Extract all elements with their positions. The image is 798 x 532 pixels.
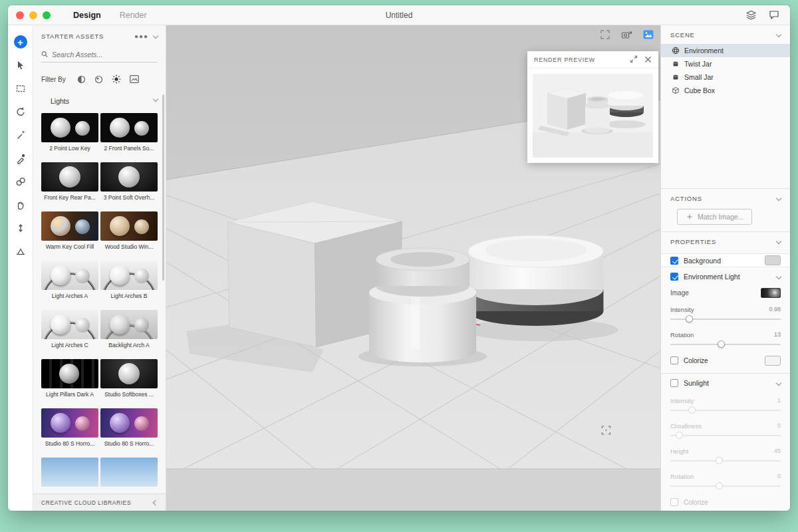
sunlight-checkbox[interactable] — [670, 379, 678, 387]
environment-light-row[interactable]: Environment Light — [661, 267, 790, 286]
plus-icon: + — [14, 35, 27, 49]
dolly-tool[interactable] — [13, 221, 28, 235]
slider-knob[interactable] — [716, 482, 723, 489]
scene-header[interactable]: SCENE — [661, 25, 790, 44]
minimize-window-button[interactable] — [29, 11, 37, 19]
lights-filter-icon[interactable] — [112, 74, 121, 84]
asset-card[interactable]: Front Key Rear Pa... — [41, 162, 98, 201]
marquee-select-tool[interactable] — [13, 81, 28, 96]
asset-card[interactable]: Studio 80 S Horro... — [100, 408, 158, 447]
ellipsis-menu-icon[interactable]: ●●● — [134, 33, 148, 40]
asset-label: Studio 80 S Horro... — [41, 440, 98, 447]
asset-card[interactable]: Warm Key Cool Fill — [41, 211, 98, 250]
render-preview-panel[interactable]: RENDER PREVIEW — [527, 51, 658, 163]
asset-card[interactable]: Light Arches C — [41, 310, 98, 348]
sun-rotation-slider[interactable] — [670, 482, 781, 491]
cloudiness-slider[interactable] — [670, 432, 781, 440]
fullscreen-icon[interactable] — [600, 29, 610, 43]
images-filter-icon[interactable] — [130, 75, 139, 83]
select-move-tool[interactable] — [13, 58, 28, 72]
chevron-down-icon — [776, 32, 781, 37]
slider-knob[interactable] — [716, 457, 723, 464]
cc-libraries-bar[interactable]: CREATIVE CLOUD LIBRARIES — [33, 493, 166, 511]
environment-light-checkbox[interactable] — [670, 273, 678, 281]
twist-jar-object — [467, 235, 603, 326]
asset-card[interactable]: Studio Softboxes ... — [100, 359, 158, 398]
asset-card[interactable]: Light Arches A — [41, 261, 98, 299]
pan-tool[interactable] — [13, 198, 28, 212]
orbit-camera-tool[interactable] — [13, 104, 28, 119]
assets-scrollbar[interactable] — [162, 94, 164, 281]
asset-thumbnail — [100, 310, 158, 339]
chevron-down-icon[interactable] — [153, 33, 158, 39]
slider-knob[interactable] — [686, 315, 693, 323]
titlebar: Design Render Untitled — [8, 5, 790, 25]
close-window-button[interactable] — [16, 11, 24, 19]
slider-knob[interactable] — [688, 406, 696, 414]
tab-design[interactable]: Design — [73, 11, 101, 20]
asset-card[interactable]: Backlight Arch A — [100, 310, 158, 348]
search-input[interactable] — [52, 51, 158, 59]
asset-card[interactable]: Wood Studio Win... — [100, 211, 158, 250]
dashed-rect-icon — [15, 82, 27, 94]
slider-knob[interactable] — [676, 432, 683, 439]
materials-tool[interactable] — [13, 174, 28, 189]
colorize-checkbox[interactable] — [670, 356, 678, 364]
asset-card[interactable] — [41, 458, 98, 489]
expand-icon[interactable] — [630, 54, 638, 66]
scene-item-cube-box[interactable]: Cube Box — [661, 84, 790, 97]
asset-search[interactable] — [41, 47, 158, 63]
tab-render[interactable]: Render — [120, 11, 147, 20]
spheres-icon — [15, 176, 27, 188]
slider-knob[interactable] — [718, 340, 725, 348]
asset-card[interactable]: Studio 80 S Horro... — [41, 408, 98, 447]
small-jar-object — [369, 248, 476, 362]
lights-section-header[interactable]: Lights — [33, 89, 166, 109]
magic-wand-tool[interactable] — [13, 128, 28, 142]
scene-item-environment[interactable]: Environment — [661, 44, 790, 57]
properties-header[interactable]: PROPERTIES — [661, 232, 790, 251]
materials-filter-icon[interactable] — [94, 75, 103, 84]
background-checkbox[interactable] — [670, 257, 678, 265]
horizon-tool[interactable] — [13, 244, 28, 259]
sun-colorize-checkbox[interactable] — [670, 498, 678, 506]
eyedropper-tool[interactable] — [13, 151, 28, 166]
scene-item-small-jar[interactable]: Small Jar — [661, 70, 790, 84]
comment-icon[interactable] — [769, 10, 779, 20]
image-icon[interactable] — [643, 30, 654, 42]
asset-label: Light Arches C — [41, 342, 98, 348]
actions-section: ACTIONS Match Image... — [661, 189, 790, 232]
scene-item-twist-jar[interactable]: Twist Jar — [661, 57, 790, 70]
layers-icon[interactable] — [745, 10, 757, 20]
vertical-arrows-icon — [15, 222, 27, 234]
asset-thumbnail — [41, 211, 98, 241]
asset-card[interactable] — [100, 458, 158, 489]
match-image-button[interactable]: Match Image... — [677, 209, 752, 225]
intensity-slider[interactable] — [670, 315, 781, 324]
asset-card[interactable]: Light Arches B — [100, 261, 158, 299]
model-icon — [672, 60, 680, 68]
sunlight-disabled-controls: Intensity 1 Cloudiness 0 — [661, 392, 790, 511]
sunlight-row[interactable]: Sunlight — [661, 374, 790, 392]
actions-header[interactable]: ACTIONS — [661, 189, 790, 207]
asset-card[interactable]: Light Pillars Dark A — [41, 359, 98, 398]
background-color-swatch[interactable] — [765, 255, 781, 265]
environment-image-thumbnail[interactable] — [761, 288, 781, 298]
camera-bookmark-icon[interactable] — [621, 30, 632, 43]
add-content-button[interactable]: + — [13, 35, 28, 49]
sun-intensity-slider[interactable] — [670, 406, 781, 415]
sun-colorize-row: Colorize — [661, 493, 790, 511]
mode-tabs: Design Render — [73, 11, 147, 20]
render-preview-header[interactable]: RENDER PREVIEW — [527, 51, 658, 68]
asset-card[interactable]: 2 Front Panels So... — [100, 113, 158, 152]
asset-card[interactable]: 2 Point Low Key — [41, 113, 98, 152]
height-slider[interactable] — [670, 457, 781, 466]
viewport[interactable]: RENDER PREVIEW — [166, 25, 660, 511]
close-icon[interactable] — [644, 54, 652, 66]
colorize-color-swatch[interactable] — [765, 356, 781, 366]
asset-card[interactable]: 3 Point Soft Overh... — [100, 162, 158, 201]
asset-label: Backlight Arch A — [100, 342, 158, 348]
zoom-window-button[interactable] — [43, 11, 51, 19]
models-filter-icon[interactable] — [77, 75, 86, 84]
rotation-slider[interactable] — [670, 340, 781, 349]
